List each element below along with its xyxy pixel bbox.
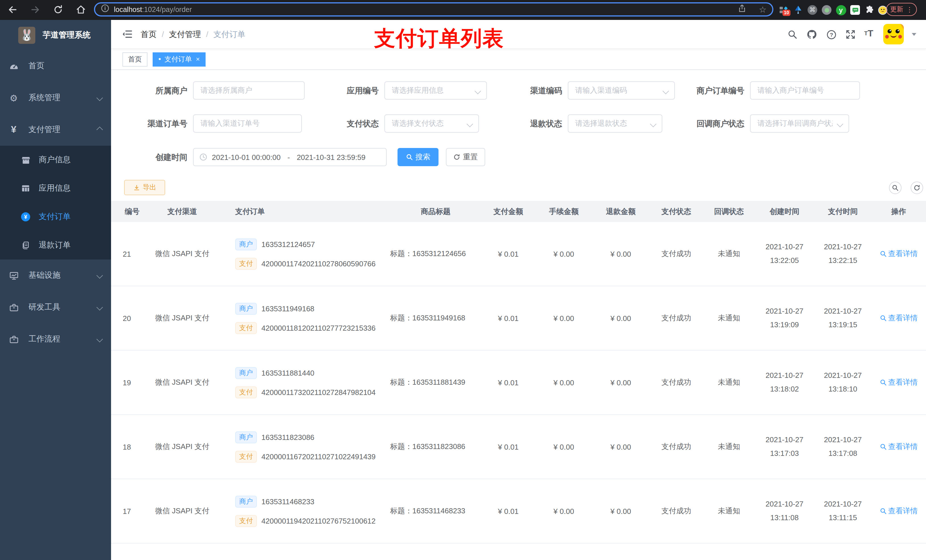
breadcrumb-separator: / <box>162 30 164 40</box>
create-time-range-input[interactable]: 2021-10-01 00:00:00 - 2021-10-31 23:59:5… <box>193 148 387 166</box>
tag-home[interactable]: 首页 <box>123 52 147 66</box>
merchant-order-input[interactable]: 请输入商户订单编号 <box>750 82 860 100</box>
browser-home-icon[interactable] <box>76 5 86 15</box>
grid-icon <box>19 181 32 195</box>
browser-forward-icon[interactable] <box>30 5 41 15</box>
sidebar-item-home[interactable]: 首页 <box>0 50 111 82</box>
fullscreen-icon[interactable] <box>845 29 856 40</box>
sidebar-item-label: 基础设施 <box>29 270 61 281</box>
header-search-icon[interactable] <box>787 29 798 40</box>
cell-notify-status: 未通知 <box>703 350 755 414</box>
sidebar-item-merchant-info[interactable]: 商户信息 <box>0 146 111 174</box>
sidebar-item-label: 商户信息 <box>39 155 71 165</box>
merchant-order-no: 1635311881440 <box>262 368 314 377</box>
col-header-notify-status: 回调状态 <box>703 201 755 222</box>
font-size-icon[interactable]: TT <box>863 28 874 39</box>
user-menu-caret-icon[interactable] <box>912 33 916 36</box>
view-detail-link[interactable]: 查看详情 <box>879 506 918 516</box>
github-icon[interactable] <box>806 29 817 40</box>
chevron-down-icon <box>467 121 473 127</box>
url-text[interactable]: localhost:1024/pay/order <box>114 5 192 14</box>
cell-pay-time: 2021-10-2713:18:10 <box>824 369 862 396</box>
browser-reload-icon[interactable] <box>53 5 63 15</box>
view-detail-link[interactable]: 查看详情 <box>879 313 918 323</box>
merchant-order-no: 1635312124657 <box>262 240 315 248</box>
tag-close-icon[interactable]: × <box>196 55 200 63</box>
cell-id: 17 <box>111 479 145 543</box>
breadcrumb-pay[interactable]: 支付管理 <box>169 30 201 40</box>
avatar[interactable] <box>883 24 904 44</box>
cell-channel: 微信 JSAPI 支付 <box>145 350 219 414</box>
pay-status-select[interactable]: 请选择支付状态 <box>384 115 479 133</box>
cell-id: 20 <box>111 286 145 350</box>
cell-refund: ¥ 0.00 <box>592 286 649 350</box>
table-row: 21 微信 JSAPI 支付 商户1635312124657 支付4200001… <box>111 222 926 286</box>
reset-button[interactable]: 重置 <box>446 148 485 166</box>
export-button-label: 导出 <box>143 183 156 192</box>
sidebar-item-refund-order[interactable]: 退款订单 <box>0 231 111 260</box>
bookmark-star-icon[interactable]: ☆ <box>759 5 767 14</box>
view-detail-link[interactable]: 查看详情 <box>879 442 918 452</box>
sidebar-item-infra[interactable]: 基础设施 <box>0 260 111 291</box>
collapse-menu-icon[interactable] <box>121 29 133 40</box>
page-annotation-title: 支付订单列表 <box>374 24 504 53</box>
channel-order-input[interactable]: 请输入渠道订单号 <box>193 115 302 133</box>
browser-back-icon[interactable] <box>8 5 18 15</box>
app-title: 芋道管理系统 <box>43 30 91 40</box>
help-icon[interactable]: ? <box>826 29 837 40</box>
cell-fee: ¥ 0.00 <box>535 350 592 414</box>
browser-update-button[interactable]: 更新 ⋮ <box>886 3 917 16</box>
extension-kite-icon[interactable] <box>793 5 803 15</box>
cell-amount: ¥ 0.01 <box>481 479 535 543</box>
address-bar[interactable]: localhost:1024/pay/order ☆ <box>94 2 773 17</box>
extension-chat-icon[interactable] <box>850 5 861 15</box>
extension-tasks-icon[interactable]: 10 <box>779 5 789 15</box>
cell-pay-order: 商户1635311881440 支付4200001173202110272847… <box>219 350 390 414</box>
sidebar-item-workflow[interactable]: 工作流程 <box>0 323 111 355</box>
callback-status-select[interactable]: 请选择订单回调商户状态 <box>750 115 849 133</box>
search-button[interactable]: 搜索 <box>398 148 439 166</box>
app-select[interactable]: 请选择应用信息 <box>384 82 487 100</box>
orders-table: 编号 支付渠道 支付订单 商品标题 支付金额 手续金额 退款金额 支付状态 回调… <box>111 201 926 543</box>
share-icon[interactable] <box>737 4 746 15</box>
sidebar-item-pay-order[interactable]: ¥ 支付订单 <box>0 202 111 231</box>
col-header-pay-status: 支付状态 <box>649 201 703 222</box>
view-detail-link[interactable]: 查看详情 <box>879 249 918 259</box>
cell-channel: 微信 JSAPI 支付 <box>145 479 219 543</box>
breadcrumb-home[interactable]: 首页 <box>141 30 157 40</box>
browser-menu-icon[interactable]: ⋮ <box>906 5 913 14</box>
site-info-icon[interactable] <box>101 4 109 15</box>
extension-recorder-icon[interactable] <box>821 5 832 15</box>
refresh-table-button[interactable] <box>911 181 923 194</box>
sidebar-item-label: 应用信息 <box>39 183 71 193</box>
table-row: 17 微信 JSAPI 支付 商户1635311468233 支付4200001… <box>111 479 926 543</box>
extensions-puzzle-icon[interactable] <box>864 5 875 15</box>
date-separator: - <box>287 153 290 162</box>
toggle-search-button[interactable] <box>889 181 902 194</box>
tag-pay-order-active[interactable]: ● 支付订单 × <box>153 52 206 66</box>
cell-notify-status: 未通知 <box>703 415 755 478</box>
channel-code-select[interactable]: 请输入渠道编码 <box>568 82 675 100</box>
placeholder: 请选择应用信息 <box>392 85 443 96</box>
cell-pay-status: 支付成功 <box>649 286 703 350</box>
pay-tag: 支付 <box>235 258 257 269</box>
extension-y-icon[interactable]: y <box>835 5 846 15</box>
table-header-row: 编号 支付渠道 支付订单 商品标题 支付金额 手续金额 退款金额 支付状态 回调… <box>111 201 926 222</box>
sidebar-item-app-info[interactable]: 应用信息 <box>0 174 111 202</box>
sidebar-item-system[interactable]: ⚙ 系统管理 <box>0 82 111 114</box>
export-button[interactable]: 导出 <box>124 180 165 195</box>
active-dot-icon: ● <box>158 57 161 62</box>
chevron-down-icon <box>475 88 481 95</box>
breadcrumb-separator: / <box>206 30 209 40</box>
chevron-down-icon <box>97 304 103 311</box>
cell-id: 19 <box>111 350 145 414</box>
view-detail-link[interactable]: 查看详情 <box>879 377 918 388</box>
cell-fee: ¥ 0.00 <box>535 415 592 478</box>
merchant-select[interactable]: 请选择所属商户 <box>193 82 305 100</box>
refund-status-select[interactable]: 请选择退款状态 <box>568 115 662 133</box>
chevron-down-icon <box>663 88 669 95</box>
sidebar-item-pay[interactable]: ¥ 支付管理 <box>0 114 111 146</box>
sidebar-item-dev-tools[interactable]: 研发工具 <box>0 291 111 323</box>
sidebar-item-label: 工作流程 <box>29 334 61 344</box>
extension-command-icon[interactable]: ⌘ <box>807 5 818 15</box>
